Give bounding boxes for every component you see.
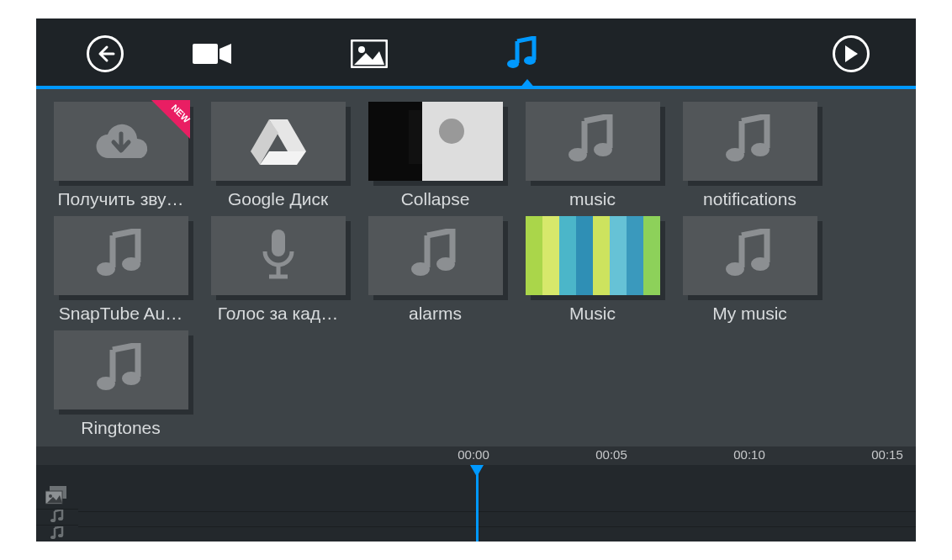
header xyxy=(36,18,916,89)
album-music2[interactable]: Music xyxy=(523,216,662,324)
arrow-left-icon xyxy=(95,44,115,64)
album-ringtones[interactable]: Ringtones xyxy=(51,330,190,438)
back-button[interactable] xyxy=(87,35,124,72)
album-label: Получить зву… xyxy=(58,189,184,209)
svg-point-17 xyxy=(751,257,770,271)
album-thumb xyxy=(211,216,346,295)
playhead[interactable] xyxy=(476,465,479,542)
album-voiceover[interactable]: Голос за кад… xyxy=(209,216,347,324)
svg-point-9 xyxy=(97,262,115,276)
track-header-video[interactable] xyxy=(36,483,78,509)
svg-point-18 xyxy=(97,377,115,390)
album-my-music[interactable]: My music xyxy=(680,216,819,324)
album-label: SnapTube Au… xyxy=(59,304,183,324)
album-alarms[interactable]: alarms xyxy=(366,216,505,324)
album-label: notifications xyxy=(703,189,796,209)
music-track-icon xyxy=(50,526,65,542)
media-tabs xyxy=(191,36,916,71)
timeline: 00:0000:0500:1000:15 xyxy=(36,446,916,542)
album-notifications[interactable]: notifications xyxy=(680,102,819,209)
track-header-music-2[interactable] xyxy=(36,525,78,542)
album-snaptube[interactable]: SnapTube Au… xyxy=(51,216,190,324)
ruler-tick: 00:05 xyxy=(595,447,627,462)
tab-image[interactable] xyxy=(351,36,388,71)
album-label: alarms xyxy=(409,304,462,324)
video-track-icon xyxy=(45,486,69,506)
track-music-1[interactable] xyxy=(78,511,916,526)
album-label: My music xyxy=(712,304,787,324)
time-ruler[interactable]: 00:0000:0500:1000:15 xyxy=(36,446,916,465)
svg-point-24 xyxy=(58,517,63,520)
svg-point-8 xyxy=(751,143,770,156)
album-thumb xyxy=(526,102,660,181)
svg-point-5 xyxy=(569,148,587,161)
tab-video[interactable] xyxy=(191,36,233,71)
album-label: Collapse xyxy=(401,189,470,209)
tab-music[interactable] xyxy=(505,36,539,71)
svg-point-2 xyxy=(358,46,365,53)
svg-point-22 xyxy=(49,494,52,498)
album-music[interactable]: music xyxy=(523,102,662,209)
track-video[interactable] xyxy=(78,483,916,511)
album-label: Google Диск xyxy=(228,189,328,209)
track-header-music-1[interactable] xyxy=(36,509,78,526)
track-area[interactable] xyxy=(78,483,916,542)
play-icon xyxy=(843,45,859,63)
svg-point-19 xyxy=(122,372,140,385)
ruler-tick: 00:15 xyxy=(871,447,903,462)
svg-rect-11 xyxy=(272,230,285,256)
album-get-sound[interactable]: NEWПолучить зву… xyxy=(51,102,190,209)
svg-point-10 xyxy=(122,257,140,271)
album-google-drive[interactable]: Google Диск xyxy=(209,102,347,209)
album-thumb xyxy=(54,330,188,409)
album-label: Голос за кад… xyxy=(218,304,338,324)
svg-point-6 xyxy=(594,143,612,156)
play-button[interactable] xyxy=(833,35,870,72)
album-thumb xyxy=(368,102,503,181)
track-headers xyxy=(36,483,78,542)
album-thumb xyxy=(683,102,817,181)
album-thumb xyxy=(54,216,188,295)
image-icon xyxy=(351,40,388,68)
album-thumb xyxy=(211,102,346,181)
album-collapse[interactable]: Collapse xyxy=(366,102,505,209)
ruler-tick: 00:10 xyxy=(733,447,765,462)
video-camera-icon xyxy=(191,40,233,67)
ruler-tick: 00:00 xyxy=(457,447,489,462)
album-thumb xyxy=(683,216,817,295)
svg-point-25 xyxy=(50,536,56,539)
album-thumb xyxy=(526,216,660,295)
header-divider xyxy=(36,86,916,89)
album-label: Music xyxy=(569,304,616,324)
svg-point-26 xyxy=(58,534,63,537)
album-label: music xyxy=(569,189,616,209)
svg-point-4 xyxy=(524,56,536,65)
svg-point-23 xyxy=(50,519,56,522)
svg-point-14 xyxy=(411,262,430,276)
svg-point-7 xyxy=(726,148,744,161)
svg-point-3 xyxy=(507,60,519,68)
svg-rect-0 xyxy=(193,44,218,64)
new-badge: NEW xyxy=(143,100,190,147)
music-track-icon xyxy=(50,510,65,525)
album-thumb xyxy=(368,216,503,295)
svg-point-15 xyxy=(436,257,455,271)
album-label: Ringtones xyxy=(81,418,161,438)
track-music-2[interactable] xyxy=(78,526,916,542)
music-library: NEWПолучить зву…Google ДискCollapsemusic… xyxy=(36,89,916,446)
music-note-icon xyxy=(505,36,539,71)
svg-point-16 xyxy=(726,262,744,276)
